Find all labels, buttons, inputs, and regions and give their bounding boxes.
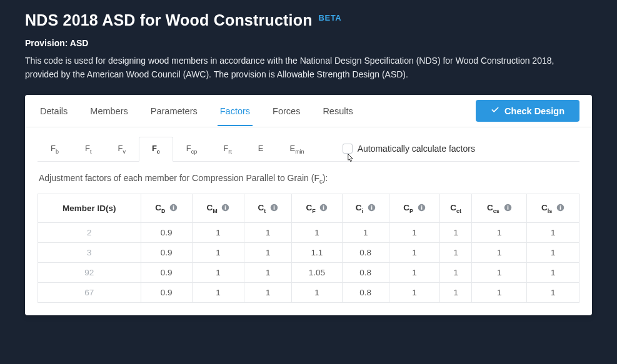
cell-value[interactable]: 1 [244, 243, 292, 263]
tab-parameters[interactable]: Parameters [148, 96, 200, 126]
cell-member-id[interactable]: 3 [38, 243, 141, 263]
info-icon[interactable] [319, 204, 328, 212]
cell-member-id[interactable]: 2 [38, 223, 141, 243]
table-row: 670.91110.81111 [38, 283, 579, 303]
beta-badge: BETA [319, 13, 341, 22]
cell-value[interactable]: 1 [389, 243, 439, 263]
cell-value[interactable]: 1 [292, 223, 342, 243]
info-icon[interactable] [556, 204, 564, 212]
subtab-fv[interactable]: Fv [104, 137, 138, 162]
cell-value[interactable]: 1 [192, 223, 244, 243]
table-row: 20.911111111 [38, 223, 579, 243]
svg-rect-19 [507, 207, 508, 209]
cell-value[interactable]: 0.8 [342, 243, 389, 263]
cell-value[interactable]: 1 [472, 223, 527, 243]
cell-member-id[interactable]: 92 [38, 263, 141, 283]
check-icon [491, 106, 499, 116]
cell-value[interactable]: 1 [244, 283, 292, 303]
info-icon[interactable] [368, 204, 376, 212]
svg-rect-7 [274, 207, 275, 209]
factors-table: Member ID(s)CD CM Ct CF Ci CP CctCcs Cls… [38, 194, 579, 303]
cell-value[interactable]: 1 [389, 283, 439, 303]
auto-calc-label: Automatically calculate factors [358, 144, 475, 154]
cell-value[interactable]: 1 [192, 283, 244, 303]
subtab-fc[interactable]: Fc [139, 137, 173, 162]
cell-value[interactable]: 1 [292, 283, 342, 303]
cell-value[interactable]: 1 [440, 263, 472, 283]
cell-value[interactable]: 1 [440, 243, 472, 263]
svg-rect-8 [274, 205, 275, 207]
description-text: This code is used for designing wood mem… [25, 54, 569, 81]
cell-value[interactable]: 1 [440, 223, 472, 243]
cell-value[interactable]: 1 [527, 243, 579, 263]
tab-details[interactable]: Details [38, 96, 70, 126]
col-cp: CP [389, 194, 439, 223]
svg-rect-11 [323, 205, 324, 207]
col-cd: CD [141, 194, 192, 223]
subtab-emin[interactable]: Emin [276, 137, 317, 162]
svg-rect-5 [225, 205, 226, 207]
cell-value[interactable]: 1 [389, 223, 439, 243]
tab-factors[interactable]: Factors [218, 96, 253, 126]
subtab-e[interactable]: E [245, 137, 277, 162]
cell-value[interactable]: 1 [472, 283, 527, 303]
tab-forces[interactable]: Forces [270, 96, 303, 126]
factors-panel: DetailsMembersParametersFactorsForcesRes… [25, 95, 592, 315]
table-row: 30.9111.10.81111 [38, 243, 579, 263]
cell-member-id[interactable]: 67 [38, 283, 141, 303]
cell-value[interactable]: 0.9 [141, 263, 192, 283]
provision-label: Provision: ASD [25, 38, 592, 48]
subtab-ft[interactable]: Ft [72, 137, 104, 162]
cell-value[interactable]: 1 [244, 223, 292, 243]
cell-value[interactable]: 1 [527, 223, 579, 243]
cell-value[interactable]: 1.05 [292, 263, 342, 283]
check-design-label: Check Design [504, 106, 564, 116]
main-tabs: DetailsMembersParametersFactorsForcesRes… [38, 96, 356, 126]
info-icon[interactable] [169, 204, 178, 212]
info-icon[interactable] [221, 204, 229, 212]
info-icon[interactable] [270, 204, 278, 212]
cell-value[interactable]: 1.1 [292, 243, 342, 263]
cell-value[interactable]: 0.8 [342, 263, 389, 283]
col-ccs: Ccs [472, 194, 527, 223]
adjustment-label: Adjustment factors of each member for Co… [38, 162, 579, 194]
check-design-button[interactable]: Check Design [476, 100, 579, 122]
subtab-frt[interactable]: Frt [210, 137, 244, 162]
tab-members[interactable]: Members [88, 96, 130, 126]
svg-rect-10 [323, 207, 324, 209]
col-member-id: Member ID(s) [38, 194, 141, 223]
cell-value[interactable]: 1 [244, 263, 292, 283]
cell-value[interactable]: 1 [527, 283, 579, 303]
cell-value[interactable]: 1 [472, 263, 527, 283]
cell-value[interactable]: 0.9 [141, 223, 192, 243]
svg-rect-13 [371, 207, 372, 209]
col-cf: CF [292, 194, 342, 223]
svg-rect-16 [421, 207, 422, 209]
svg-rect-23 [560, 205, 561, 207]
cell-value[interactable]: 1 [527, 263, 579, 283]
factor-subtabs: FbFtFvFcFcpFrtEEmin [38, 136, 318, 161]
subtab-fb[interactable]: Fb [38, 137, 72, 162]
subtab-fcp[interactable]: Fcp [173, 137, 210, 162]
col-cls: Cls [527, 194, 579, 223]
svg-rect-20 [507, 205, 508, 207]
svg-rect-2 [173, 205, 174, 207]
col-ct: Ct [244, 194, 292, 223]
col-cm: CM [192, 194, 244, 223]
cell-value[interactable]: 1 [440, 283, 472, 303]
cell-value[interactable]: 0.9 [141, 243, 192, 263]
cell-value[interactable]: 1 [192, 263, 244, 283]
cell-value[interactable]: 1 [342, 223, 389, 243]
page-title: NDS 2018 ASD for Wood Construction [25, 11, 313, 29]
col-ci: Ci [342, 194, 389, 223]
info-icon[interactable] [418, 204, 426, 212]
info-icon[interactable] [504, 204, 512, 212]
tab-results[interactable]: Results [320, 96, 355, 126]
svg-rect-4 [225, 207, 226, 209]
col-cct: Cct [440, 194, 472, 223]
cell-value[interactable]: 0.9 [141, 283, 192, 303]
cell-value[interactable]: 1 [472, 243, 527, 263]
cell-value[interactable]: 0.8 [342, 283, 389, 303]
cell-value[interactable]: 1 [389, 263, 439, 283]
cell-value[interactable]: 1 [192, 243, 244, 263]
